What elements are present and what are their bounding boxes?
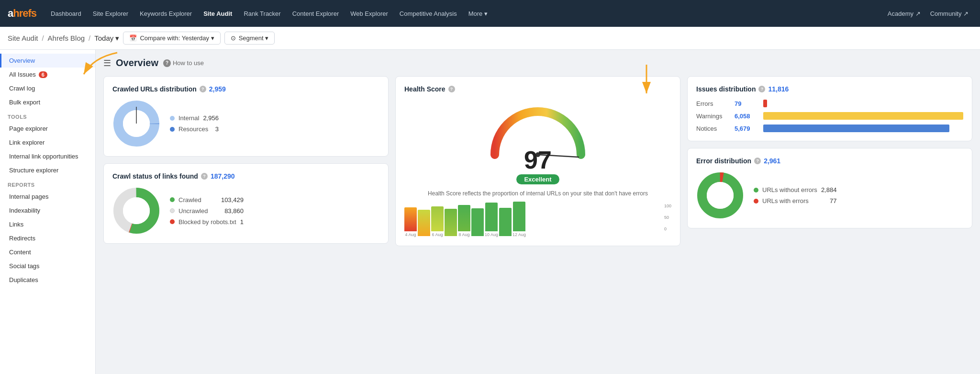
bar-group-0: 4 Aug (404, 207, 417, 237)
calendar-icon: 📅 (129, 34, 137, 42)
bar-label-6: 10 Aug (485, 232, 498, 237)
nav-site-explorer[interactable]: Site Explorer (88, 7, 133, 20)
bar-group-4: 8 Aug (458, 205, 470, 237)
sidebar-item-link-explorer[interactable]: Link explorer (0, 136, 95, 149)
error-dist-help-icon[interactable]: ? (754, 158, 761, 164)
legend-resources: Resources 3 (170, 125, 219, 133)
svg-point-8 (123, 197, 150, 224)
health-score-help-icon[interactable]: ? (448, 86, 455, 92)
error-dist-donut (696, 171, 744, 219)
sidebar-item-internal-link-opportunities[interactable]: Internal link opportunities (0, 149, 95, 163)
breadcrumb-site-audit[interactable]: Site Audit (8, 34, 38, 42)
nav-rank-tracker[interactable]: Rank Tracker (239, 7, 285, 20)
nav-site-audit[interactable]: Site Audit (199, 7, 237, 20)
sidebar-item-redirects[interactable]: Redirects (0, 231, 95, 245)
nav-competitive-analysis[interactable]: Competitive Analysis (395, 7, 462, 20)
crawled-urls-donut (112, 100, 160, 147)
nav-community[interactable]: Community ↗ (926, 7, 972, 20)
resources-dot (170, 127, 175, 132)
errors-bar (763, 100, 767, 107)
sidebar-item-crawl-log[interactable]: Crawl log (0, 81, 95, 95)
cards-grid: Crawled URLs distribution ? 2,959 (103, 76, 972, 246)
mini-bar-8 (513, 202, 525, 231)
crawl-status-title: Crawl status of links found ? 187,290 (112, 172, 379, 180)
legend-blocked: Blocked by robots.txt 1 (170, 218, 244, 226)
crawled-urls-chart: Internal 2,956 Resources 3 (112, 100, 379, 147)
health-score-label: Excellent (516, 174, 559, 184)
uncrawled-dot (170, 208, 175, 213)
notices-bar-wrap (763, 125, 963, 132)
bar-label-2: 6 Aug (432, 232, 443, 237)
crawled-urls-help-icon[interactable]: ? (200, 86, 206, 92)
how-to-use-link[interactable]: ? How to use (163, 59, 204, 67)
mini-bar-4 (458, 205, 470, 231)
main-layout: Overview All Issues 6 Crawl log Bulk exp… (0, 50, 980, 374)
nav-keywords-explorer[interactable]: Keywords Explorer (135, 7, 197, 20)
page-header: ☰ Overview ? How to use (103, 57, 972, 68)
bar-group-5 (471, 208, 484, 237)
sidebar-item-bulk-export[interactable]: Bulk export (0, 95, 95, 109)
right-column: Issues distribution ? 11,816 Errors 79 (687, 76, 972, 246)
bar-label-0: 4 Aug (405, 232, 416, 237)
error-dist-card: Error distribution ? 2,961 (687, 148, 972, 228)
logo[interactable]: ahrefs (8, 7, 36, 20)
sidebar-item-overview[interactable]: Overview (0, 54, 95, 68)
nav-dashboard[interactable]: Dashboard (46, 7, 86, 20)
legend-crawled: Crawled 103,429 (170, 196, 244, 204)
mini-bar-3 (445, 209, 457, 236)
sidebar-reports-label: Reports (0, 177, 95, 190)
no-errors-dot (754, 188, 758, 193)
sidebar-item-page-explorer[interactable]: Page explorer (0, 122, 95, 136)
warnings-bar (763, 112, 963, 120)
issues-help-icon[interactable]: ? (758, 86, 765, 92)
crawl-status-donut (112, 187, 160, 235)
issues-card: Issues distribution ? 11,816 Errors 79 (687, 76, 972, 141)
sidebar-item-indexability[interactable]: Indexability (0, 204, 95, 217)
sidebar-item-content[interactable]: Content (0, 245, 95, 259)
blocked-dot (170, 219, 175, 224)
sidebar-item-links[interactable]: Links (0, 217, 95, 231)
warnings-bar-wrap (763, 112, 963, 120)
sidebar-item-duplicates[interactable]: Duplicates (0, 273, 95, 287)
segment-dropdown[interactable]: ⊙ Segment ▾ (224, 32, 275, 45)
error-dist-chart: URLs without errors 2,884 URLs with erro… (696, 171, 963, 219)
nav-content-explorer[interactable]: Content Explorer (288, 7, 344, 20)
breadcrumb-blog[interactable]: Ahrefs Blog (48, 34, 85, 42)
sidebar-item-all-issues[interactable]: All Issues 6 (0, 68, 95, 81)
error-dist-title: Error distribution ? 2,961 (696, 157, 963, 165)
svg-point-14 (707, 182, 734, 209)
mini-bar-7 (499, 208, 512, 236)
sidebar-item-structure-explorer[interactable]: Structure explorer (0, 163, 95, 177)
issue-errors: Errors 79 (696, 100, 963, 107)
crawl-status-help-icon[interactable]: ? (201, 173, 208, 180)
mini-bar-1 (418, 210, 430, 236)
breadcrumb-sep-1: / (42, 34, 44, 42)
hamburger-icon[interactable]: ☰ (103, 58, 111, 68)
compare-dropdown[interactable]: 📅 Compare with: Yesterday ▾ (123, 32, 220, 45)
sidebar: Overview All Issues 6 Crawl log Bulk exp… (0, 50, 96, 374)
all-issues-badge: 6 (39, 71, 47, 78)
sidebar-item-internal-pages[interactable]: Internal pages (0, 190, 95, 204)
bar-group-8: 12 Aug (512, 202, 526, 237)
bar-group-6: 10 Aug (485, 203, 498, 237)
nav-web-explorer[interactable]: Web Explorer (345, 7, 393, 20)
nav-academy[interactable]: Academy ↗ (884, 7, 924, 20)
breadcrumb-sep-2: / (89, 34, 90, 42)
notices-bar (763, 125, 949, 132)
health-score-title: Health Score ? (404, 85, 671, 93)
sidebar-item-social-tags[interactable]: Social tags (0, 259, 95, 273)
health-score-desc: Health Score reflects the proportion of … (428, 189, 648, 198)
legend-no-errors: URLs without errors 2,884 (754, 186, 836, 193)
segment-icon: ⊙ (231, 34, 236, 42)
crawled-urls-title: Crawled URLs distribution ? 2,959 (112, 85, 379, 93)
breadcrumb-today[interactable]: Today ▾ (94, 34, 119, 43)
page-title: Overview (116, 57, 158, 68)
nav-more[interactable]: More ▾ (464, 7, 492, 20)
issue-notices: Notices 5,679 (696, 125, 963, 132)
with-errors-dot (754, 199, 758, 204)
internal-dot (170, 116, 175, 121)
health-score-value: 97 (516, 147, 559, 172)
legend-with-errors: URLs with errors 77 (754, 197, 836, 204)
error-dist-legend: URLs without errors 2,884 URLs with erro… (754, 186, 836, 204)
errors-bar-wrap (763, 100, 963, 107)
